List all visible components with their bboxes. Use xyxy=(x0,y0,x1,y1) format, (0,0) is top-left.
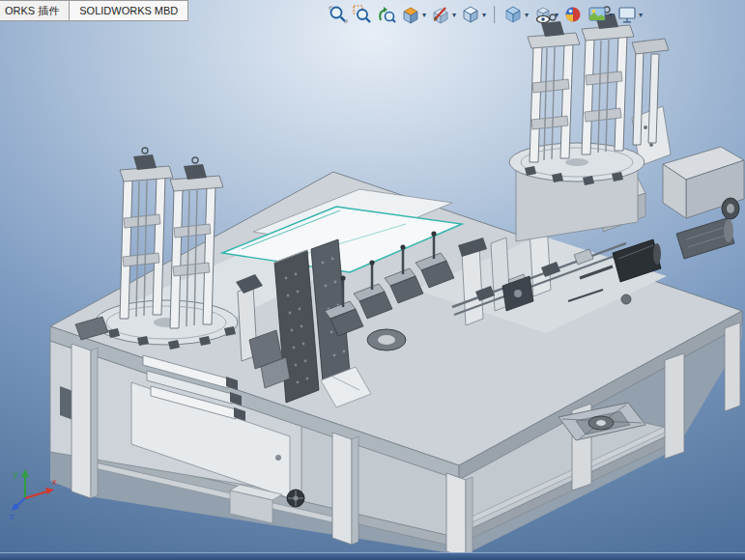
dynamic-annotation-views-icon[interactable] xyxy=(429,3,452,26)
tab-solidworks-addins[interactable]: ORKS 插件 xyxy=(0,0,70,21)
chevron-down-icon[interactable]: ▾ xyxy=(639,11,643,19)
chevron-down-icon[interactable]: ▾ xyxy=(482,11,486,19)
apply-scene-icon[interactable] xyxy=(586,3,609,26)
zoom-to-area-icon[interactable] xyxy=(351,3,374,26)
3d-drawing-view-icon[interactable] xyxy=(616,3,639,26)
command-manager-tabs: ORKS 插件 SOLIDWORKS MBD xyxy=(0,0,188,21)
chevron-down-icon[interactable]: ▾ xyxy=(609,11,613,19)
chevron-down-icon[interactable]: ▾ xyxy=(452,11,456,19)
heads-up-view-toolbar: ▾ ▾ ▾ ▾ xyxy=(327,3,645,26)
svg-text:z: z xyxy=(10,512,14,521)
chevron-down-icon[interactable]: ▾ xyxy=(422,11,426,19)
machine-3d-model[interactable]: y x z xyxy=(0,0,745,560)
graphics-viewport[interactable]: y x z xyxy=(0,0,745,560)
view-orientation-icon[interactable] xyxy=(459,3,482,26)
display-style-icon[interactable] xyxy=(501,3,525,26)
svg-text:y: y xyxy=(14,469,18,479)
previous-view-icon[interactable] xyxy=(375,3,398,26)
svg-text:x: x xyxy=(52,477,57,487)
section-view-icon[interactable] xyxy=(399,3,422,26)
zoom-to-fit-icon[interactable] xyxy=(327,3,350,26)
chevron-down-icon[interactable]: ▾ xyxy=(525,11,529,19)
edit-appearance-icon[interactable] xyxy=(561,3,585,26)
tab-solidworks-mbd[interactable]: SOLIDWORKS MBD xyxy=(70,0,188,21)
chevron-down-icon[interactable]: ▾ xyxy=(555,11,559,19)
viewport-bottom-edge xyxy=(0,552,745,560)
toolbar-separator xyxy=(494,6,496,23)
coordinate-triad: y x z xyxy=(10,469,57,521)
hide-show-items-icon[interactable] xyxy=(531,3,555,26)
